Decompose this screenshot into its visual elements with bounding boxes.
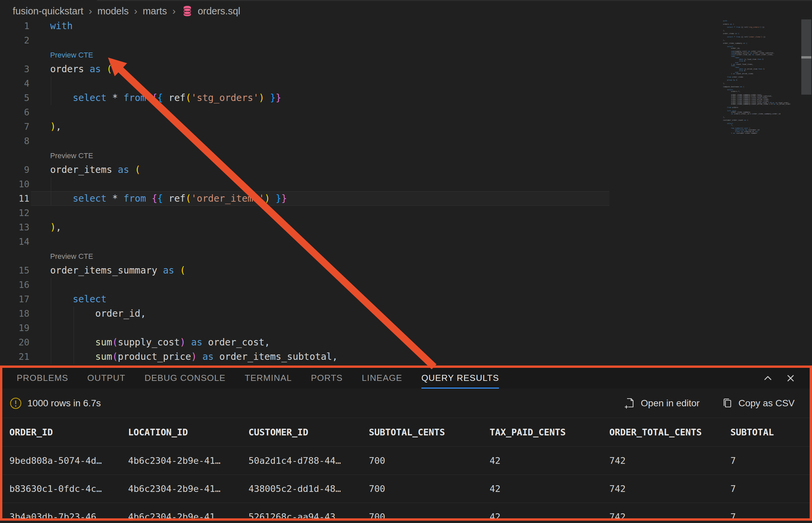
table-cell: 742 bbox=[609, 455, 730, 466]
codelens-row: Preview CTE bbox=[0, 48, 812, 62]
preview-cte-codelens[interactable]: Preview CTE bbox=[50, 148, 93, 163]
code-line-6[interactable]: 6 bbox=[0, 105, 812, 120]
code-text: order_id, bbox=[50, 306, 146, 321]
table-cell: 50a2d1c4-d788-44… bbox=[249, 455, 369, 466]
line-number: 19 bbox=[0, 321, 30, 335]
column-header[interactable]: TAX_PAID_CENTS bbox=[490, 427, 609, 437]
panel-tab-bar: PROBLEMSOUTPUTDEBUG CONSOLETERMINALPORTS… bbox=[2, 368, 810, 389]
breadcrumb-segment[interactable]: models bbox=[97, 6, 129, 17]
line-number: 21 bbox=[0, 349, 30, 364]
line-number: 1 bbox=[0, 19, 30, 33]
table-cell: 7 bbox=[730, 512, 810, 518]
code-text: order_items as ( bbox=[50, 163, 141, 177]
code-line-17[interactable]: 17 select bbox=[0, 292, 812, 306]
code-line-19[interactable]: 19 bbox=[0, 321, 812, 335]
indent-guide bbox=[74, 321, 74, 335]
bottom-panel: PROBLEMSOUTPUTDEBUG CONSOLETERMINALPORTS… bbox=[0, 365, 812, 521]
panel-tab-query-results[interactable]: QUERY RESULTS bbox=[421, 368, 499, 389]
indent-guide bbox=[51, 277, 51, 292]
table-cell: 742 bbox=[609, 484, 730, 494]
line-number: 13 bbox=[0, 220, 30, 234]
code-line-18[interactable]: 18 order_id, bbox=[0, 306, 812, 321]
code-line-21[interactable]: 21 sum(product_price) as order_items_sub… bbox=[0, 349, 812, 364]
panel-tab-problems[interactable]: PROBLEMS bbox=[17, 368, 68, 389]
code-line-11[interactable]: 11 select * from {{ ref('order_items') }… bbox=[0, 191, 812, 206]
column-header[interactable]: CUSTOMER_ID bbox=[249, 427, 369, 437]
row-count-status: 1000 rows in 6.7s bbox=[28, 398, 101, 409]
editor-scrollbar[interactable] bbox=[801, 0, 812, 365]
table-cell: 4b6c2304-2b9e-41… bbox=[128, 455, 249, 466]
column-header[interactable]: LOCATION_ID bbox=[128, 427, 249, 437]
indent-guide bbox=[51, 76, 51, 91]
column-header[interactable]: ORDER_TOTAL_CENTS bbox=[609, 427, 730, 437]
preview-cte-codelens[interactable]: Preview CTE bbox=[50, 48, 93, 62]
code-line-15[interactable]: 15order_items_summary as ( bbox=[0, 263, 812, 277]
table-row[interactable]: b83630c1-0fdc-4c…4b6c2304-2b9e-41…438005… bbox=[2, 475, 810, 503]
code-line-5[interactable]: 5 select * from {{ ref('stg_orders') }} bbox=[0, 91, 812, 105]
table-row[interactable]: 9bed808a-5074-4d…4b6c2304-2b9e-41…50a2d1… bbox=[2, 447, 810, 475]
open-in-editor-button[interactable]: Open in editor bbox=[624, 398, 700, 409]
codelens-row: Preview CTE bbox=[0, 148, 812, 163]
code-line-12[interactable]: 12 bbox=[0, 206, 812, 220]
code-line-14[interactable]: 14 bbox=[0, 234, 812, 249]
panel-tab-lineage[interactable]: LINEAGE bbox=[362, 368, 402, 389]
database-icon bbox=[182, 5, 192, 17]
code-line-9[interactable]: 9order_items as ( bbox=[0, 163, 812, 177]
column-header[interactable]: SUBTOTAL_CENTS bbox=[369, 427, 490, 437]
breadcrumb-separator: › bbox=[88, 5, 93, 17]
table-cell: 9bed808a-5074-4d… bbox=[10, 455, 128, 466]
code-line-8[interactable]: 8 bbox=[0, 134, 812, 148]
code-line-4[interactable]: 4 bbox=[0, 76, 812, 91]
scrollbar-cursor-marker bbox=[801, 56, 811, 58]
breadcrumb[interactable]: fusion-quickstart›models›marts›orders.sq… bbox=[13, 3, 240, 19]
query-results-table: ORDER_IDLOCATION_IDCUSTOMER_IDSUBTOTAL_C… bbox=[2, 418, 810, 518]
line-number: 11 bbox=[0, 191, 30, 206]
breadcrumb-segment[interactable]: marts bbox=[143, 6, 167, 17]
minimap[interactable]: with orders as ( select * from {{ ref('s… bbox=[723, 20, 800, 134]
code-line-2[interactable]: 2 bbox=[0, 33, 812, 48]
column-header[interactable]: SUBTOTAL bbox=[730, 427, 810, 437]
table-cell: 42 bbox=[490, 484, 609, 494]
table-cell: 7 bbox=[730, 484, 810, 494]
line-number: 2 bbox=[0, 33, 30, 48]
line-number: 10 bbox=[0, 177, 30, 191]
table-cell: 438005c2-dd1d-48… bbox=[249, 484, 369, 494]
line-number: 15 bbox=[0, 263, 30, 277]
breadcrumb-segment[interactable]: fusion-quickstart bbox=[13, 6, 83, 17]
table-cell: 700 bbox=[369, 455, 490, 466]
codelens-row: Preview CTE bbox=[0, 249, 812, 263]
tab-bar-edge bbox=[97, 0, 812, 1]
line-number: 12 bbox=[0, 206, 30, 220]
table-cell: 742 bbox=[609, 512, 730, 518]
chevron-up-icon[interactable] bbox=[763, 373, 773, 383]
line-number: 17 bbox=[0, 292, 30, 306]
panel-tab-ports[interactable]: PORTS bbox=[311, 368, 343, 389]
panel-tab-output[interactable]: OUTPUT bbox=[87, 368, 125, 389]
warning-icon bbox=[10, 397, 22, 410]
table-row[interactable]: 3b4a03db-7b23-464b6c2304-2b9e-415261268c… bbox=[2, 503, 810, 518]
code-line-16[interactable]: 16 bbox=[0, 277, 812, 292]
code-line-1[interactable]: 1with bbox=[0, 19, 812, 33]
breadcrumb-separator: › bbox=[133, 5, 138, 17]
code-line-3[interactable]: 3orders as ( bbox=[0, 62, 812, 76]
breadcrumb-file[interactable]: orders.sql bbox=[198, 6, 240, 17]
code-line-13[interactable]: 13), bbox=[0, 220, 812, 234]
close-icon[interactable] bbox=[786, 373, 796, 383]
table-cell: 3b4a03db-7b23-46 bbox=[10, 512, 128, 518]
table-cell: 42 bbox=[490, 512, 609, 518]
column-header[interactable]: ORDER_ID bbox=[10, 427, 128, 437]
code-line-7[interactable]: 7), bbox=[0, 120, 812, 134]
panel-tab-terminal[interactable]: TERMINAL bbox=[245, 368, 292, 389]
open-in-editor-label: Open in editor bbox=[641, 398, 700, 409]
code-line-20[interactable]: 20 sum(supply_cost) as order_cost, bbox=[0, 335, 812, 349]
table-cell: 5261268c-aa94-43 bbox=[249, 512, 369, 518]
preview-cte-codelens[interactable]: Preview CTE bbox=[50, 249, 93, 263]
code-text: sum(supply_cost) as order_cost, bbox=[50, 335, 270, 349]
code-text: select bbox=[50, 292, 107, 306]
code-line-10[interactable]: 10 bbox=[0, 177, 812, 191]
panel-tab-debug-console[interactable]: DEBUG CONSOLE bbox=[144, 368, 225, 389]
line-number: 8 bbox=[0, 134, 30, 148]
code-editor[interactable]: 1with2Preview CTE3orders as (45 select *… bbox=[0, 19, 812, 365]
copy-as-csv-button[interactable]: Copy as CSV bbox=[722, 398, 795, 409]
indent-guide bbox=[51, 177, 51, 191]
